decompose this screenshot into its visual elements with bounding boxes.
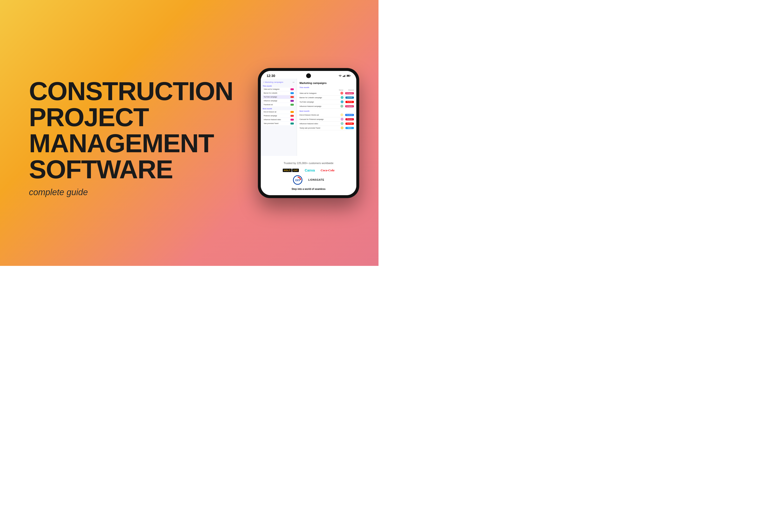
- cat-logo: CAT: [292, 169, 299, 172]
- logos-row-1: HOLT CAT Canva Coca-Cola: [266, 169, 351, 172]
- page-background: CONSTRUCTION PROJECT MANAGEMENT SOFTWARE…: [0, 0, 378, 266]
- row-right: Instagram: [340, 92, 354, 95]
- avatar: [340, 113, 343, 116]
- title-line1: CONSTRUCTION: [29, 78, 174, 104]
- list-header: < Marketing campaigns •••: [263, 81, 295, 83]
- item-dot: [290, 111, 294, 113]
- item-dot: [290, 119, 294, 121]
- channel-badge: Instagram: [345, 105, 354, 108]
- list-item[interactable]: YouTube campaign: [263, 95, 295, 99]
- avatar: [341, 122, 344, 125]
- status-bar: 12:30: [261, 71, 356, 78]
- title-line3: MANAGEMENT: [29, 130, 174, 156]
- detail-row[interactable]: Video ad for Instagram Instagram: [299, 91, 354, 96]
- holt-logo: HOLT: [283, 169, 292, 172]
- list-item[interactable]: Video ad for Instagram: [263, 88, 295, 91]
- channel-badge: YouTube: [346, 123, 354, 125]
- list-item[interactable]: Influence campaign: [263, 99, 295, 103]
- status-time: 12:30: [267, 74, 275, 78]
- camera-notch: [306, 73, 311, 78]
- avatar: [340, 105, 343, 108]
- detail-this-month: This month: [299, 86, 354, 88]
- trusted-title: Trusted by 225,000+ customers worldwide: [266, 162, 351, 165]
- item-dot: [290, 92, 294, 94]
- svg-rect-1: [344, 76, 345, 77]
- avatar: [341, 118, 344, 121]
- back-button[interactable]: < Marketing campaigns: [263, 81, 283, 83]
- split-view: < Marketing campaigns ••• This month Vid…: [261, 78, 356, 156]
- detail-row[interactable]: Banner for LinkedIn campaign LinkedIn: [299, 96, 354, 100]
- svg-text:OXY: OXY: [295, 179, 300, 182]
- canva-logo: Canva: [305, 169, 315, 172]
- phone-screen: 12:30: [261, 71, 356, 195]
- subtitle: complete guide: [29, 187, 174, 197]
- channel-badge: Instagram: [345, 92, 354, 94]
- logos-row-2: OXY LIONSGATE: [266, 175, 351, 185]
- title-line4: SOFTWARE: [29, 156, 174, 182]
- channel-badge: Twitter: [346, 127, 354, 129]
- avatar: [341, 126, 344, 129]
- wifi-icon: [339, 75, 342, 77]
- list-item[interactable]: Influencer featured video: [263, 118, 295, 121]
- title-line2: PROJECT: [29, 104, 174, 130]
- cocacola-logo: Coca-Cola: [320, 169, 334, 172]
- row-right: Twitter: [341, 126, 354, 129]
- detail-row[interactable]: End-of-Season Stories ad Facebook: [299, 113, 354, 117]
- avatar: [340, 92, 343, 95]
- row-right: YouTube: [341, 100, 354, 103]
- item-dot: [290, 88, 294, 90]
- detail-next-month: Next month: [299, 110, 354, 112]
- holt-cat-logo: HOLT CAT: [283, 169, 299, 172]
- list-next-month-label: Next month: [263, 108, 295, 110]
- svg-rect-5: [347, 75, 349, 76]
- svg-rect-2: [345, 75, 345, 77]
- list-item[interactable]: End-of-Season ad: [263, 110, 295, 114]
- svg-rect-6: [350, 75, 350, 76]
- detail-table-header: Owner Channel: [299, 89, 354, 91]
- item-dot: [290, 100, 294, 102]
- list-item[interactable]: Banner for LinkedIn: [263, 91, 295, 95]
- avatar: [341, 100, 344, 103]
- main-title: CONSTRUCTION PROJECT MANAGEMENT SOFTWARE: [29, 78, 174, 182]
- phone-mockup: 12:30: [258, 68, 359, 198]
- item-dot: [290, 123, 294, 124]
- item-dot: [290, 104, 294, 106]
- channel-badge: LinkedIn: [346, 97, 354, 99]
- svg-rect-3: [346, 75, 346, 77]
- list-panel: < Marketing campaigns ••• This month Vid…: [261, 78, 297, 156]
- battery-icon: [347, 75, 350, 77]
- channel-badge: YouTube: [346, 101, 354, 103]
- detail-row[interactable]: YouTube campaign YouTube: [299, 100, 354, 104]
- row-right: YouTube: [341, 122, 354, 125]
- detail-panel: Marketing campaigns This month Owner Cha…: [297, 78, 356, 156]
- detail-row[interactable]: Yearly sale promoted Tweet Twitter: [299, 126, 354, 130]
- row-right: Facebook: [340, 113, 354, 116]
- svg-rect-0: [343, 76, 344, 77]
- list-item[interactable]: Facebook ad: [263, 103, 295, 107]
- list-this-month-label: This month: [263, 85, 295, 87]
- detail-title: Marketing campaigns: [299, 81, 354, 84]
- item-dot: [290, 96, 294, 98]
- row-right: Pinterest: [341, 118, 354, 121]
- list-item[interactable]: Sale promoted Tweet: [263, 122, 295, 125]
- oxy-logo-wrap: OXY: [293, 175, 303, 185]
- lionsgate-logo: LIONSGATE: [308, 178, 324, 181]
- channel-badge: Facebook: [345, 114, 354, 116]
- row-right: LinkedIn: [341, 96, 354, 99]
- left-content: CONSTRUCTION PROJECT MANAGEMENT SOFTWARE…: [29, 69, 174, 197]
- detail-row[interactable]: Influencer featured campaign Instagram: [299, 104, 354, 109]
- right-content: 12:30: [219, 68, 359, 198]
- status-icons: [339, 75, 350, 77]
- row-right: Instagram: [340, 105, 354, 108]
- signal-icon: [343, 75, 346, 77]
- item-dot: [290, 115, 294, 117]
- avatar: [341, 96, 344, 99]
- channel-badge: Pinterest: [346, 118, 354, 120]
- detail-row[interactable]: Influencer featured video YouTube: [299, 122, 354, 126]
- oxy-circle-logo: OXY: [293, 175, 303, 185]
- step-text: Step into a world of seamless: [266, 188, 351, 190]
- trusted-section: Trusted by 225,000+ customers worldwide …: [261, 156, 356, 195]
- detail-row[interactable]: Carousel for Pinterest campaign Pinteres…: [299, 117, 354, 122]
- list-item[interactable]: Pinterest campaign: [263, 114, 295, 117]
